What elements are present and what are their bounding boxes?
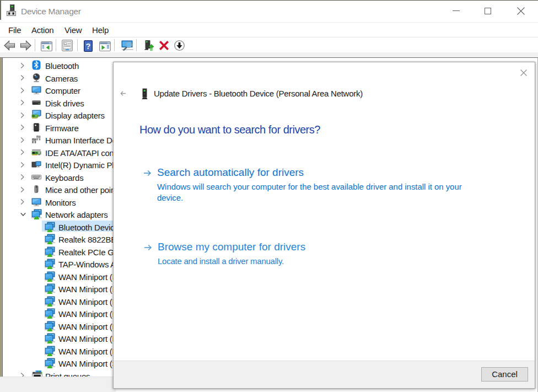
- svg-text:?: ?: [86, 41, 91, 50]
